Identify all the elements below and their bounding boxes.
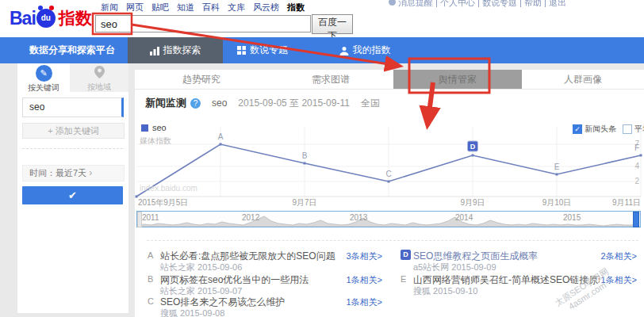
slider-left-handle[interactable] bbox=[137, 212, 142, 227]
tab-crowd-portrait[interactable]: 人群画像 bbox=[522, 70, 644, 89]
navbar-item-data-topics[interactable]: 数说专题 bbox=[228, 37, 297, 63]
chart-y-axis-label: 媒体指数 bbox=[140, 136, 171, 147]
related-count-link[interactable]: 1条相关> bbox=[346, 274, 382, 286]
sidebar-tab-label: 按关键词 bbox=[17, 82, 70, 94]
news-source: 搜狐 2015-09-08 bbox=[160, 307, 224, 317]
year-label: 2013 bbox=[350, 213, 367, 222]
monitor-region: 全国 bbox=[361, 97, 380, 110]
checkbox-news-headlines[interactable]: ✓ 新闻头条 bbox=[573, 124, 616, 135]
top-header: 新闻 网页 贴吧 知道 百科 文库 风云榜 指数 Bai du 指数 百度一下 … bbox=[0, 0, 644, 37]
related-count-link[interactable]: 2条相关> bbox=[600, 250, 637, 262]
year-label: 2012 bbox=[242, 213, 259, 222]
sidebar-tab-by-keyword[interactable]: ✎ 按关键词 bbox=[17, 63, 70, 92]
section-title: 新闻监测 bbox=[145, 96, 186, 110]
related-count-link[interactable]: 3条相关> bbox=[346, 250, 382, 262]
news-letter: C bbox=[148, 296, 154, 306]
sidebar-divider bbox=[22, 148, 123, 149]
nav-link-tieba[interactable]: 贴吧 bbox=[151, 2, 169, 13]
tab-trend-research[interactable]: 趋势研究 bbox=[135, 70, 268, 89]
year-label: 2015 bbox=[563, 213, 581, 222]
baidu-index-logo[interactable]: Bai du 指数 bbox=[10, 7, 92, 29]
location-pin-icon bbox=[94, 66, 105, 78]
checkbox-average[interactable]: 平均值 bbox=[623, 124, 644, 135]
checkbox-label: 平均值 bbox=[634, 124, 644, 135]
news-letter-badge: D bbox=[401, 250, 411, 260]
nav-link-baike[interactable]: 百科 bbox=[202, 2, 220, 13]
section-tabs: 趋势研究 需求图谱 舆情管家 人群画像 bbox=[135, 70, 644, 90]
year-label: 2011 bbox=[142, 213, 159, 222]
nav-link-wenku[interactable]: 文库 bbox=[228, 2, 245, 13]
add-keyword-button[interactable]: + 添加关键词 bbox=[22, 123, 125, 139]
logo-product-text: 指数 bbox=[59, 7, 92, 29]
filter-sidebar: ✎ 按关键词 按地域 seo + 添加关键词 时间：最近7天› ✔ bbox=[17, 63, 128, 313]
bar-chart-icon bbox=[150, 46, 159, 55]
navbar-item-label: 数说专题 bbox=[250, 44, 288, 57]
navbar-item-my-index[interactable]: 我的指数 bbox=[333, 37, 397, 63]
user-icon bbox=[389, 0, 396, 6]
baidu-paw-icon: du bbox=[36, 9, 56, 28]
baidu-index-page: 新闻 网页 贴吧 知道 百科 文库 风云榜 指数 Bai du 指数 百度一下 … bbox=[0, 0, 644, 317]
checkbox-label: 新闻头条 bbox=[585, 124, 616, 135]
news-source: 搜狐 2015-09-10 bbox=[413, 285, 477, 297]
date-range-slider[interactable]: 2011 2012 2013 2014 2015 bbox=[136, 211, 641, 227]
nav-link-news[interactable]: 新闻 bbox=[101, 2, 118, 13]
monitor-keyword: seo bbox=[212, 97, 227, 109]
checkbox-unchecked-icon bbox=[623, 124, 632, 134]
related-count-link[interactable]: 1条相关> bbox=[346, 296, 382, 308]
nav-link-zhidao[interactable]: 知道 bbox=[177, 2, 194, 13]
legend-swatch bbox=[141, 124, 148, 132]
news-source: a5站长网 2015-09-09 bbox=[413, 262, 496, 273]
navbar-brand: 数据分享和探索平台 bbox=[29, 37, 115, 63]
logo-bai-text: Bai bbox=[10, 8, 36, 29]
pencil-icon: ✎ bbox=[36, 65, 52, 82]
news-source: 站长之家 2015-09-06 bbox=[160, 262, 242, 273]
slider-right-handle[interactable] bbox=[633, 212, 639, 227]
grid-icon bbox=[237, 46, 246, 55]
confirm-button[interactable]: ✔ bbox=[22, 186, 123, 204]
chart-legend: seo bbox=[141, 123, 167, 132]
navbar-item-index-explore[interactable]: 指数探索 bbox=[128, 37, 223, 63]
time-filter[interactable]: 时间：最近7天› bbox=[22, 165, 125, 181]
legend-label: seo bbox=[152, 123, 167, 132]
monitor-date-range: 2015-09-05 至 2015-09-11 bbox=[238, 97, 350, 110]
news-letter: A bbox=[148, 250, 153, 260]
news-divider bbox=[147, 240, 638, 241]
navbar-item-label: 我的指数 bbox=[353, 44, 391, 57]
chevron-right-icon: › bbox=[89, 167, 92, 178]
nav-link-web[interactable]: 网页 bbox=[126, 2, 144, 13]
news-monitor-header: 新闻监测 ? seo 2015-09-05 至 2015-09-11 全国 bbox=[145, 96, 380, 110]
sidebar-tab-by-region[interactable]: 按地域 bbox=[70, 63, 128, 92]
baidu-search-button[interactable]: 百度一下 bbox=[312, 14, 353, 34]
news-letter: E bbox=[401, 274, 406, 284]
search-input[interactable] bbox=[95, 15, 311, 32]
keyword-chip[interactable]: seo bbox=[22, 97, 124, 117]
sidebar-tab-label: 按地域 bbox=[70, 82, 128, 93]
user-links-blurred[interactable]: 消息提醒 | 个人中心 | 数说专题 | 帮助 | 退出 bbox=[389, 0, 566, 9]
chart-series-toggles: ✓ 新闻头条 平均值 bbox=[573, 124, 644, 135]
time-filter-label: 时间：最近7天 bbox=[29, 168, 86, 178]
news-letter: B bbox=[148, 274, 153, 284]
nav-link-fengyunbang[interactable]: 风云榜 bbox=[253, 2, 279, 13]
tab-demand-graph[interactable]: 需求图谱 bbox=[268, 70, 393, 89]
help-icon[interactable]: ? bbox=[190, 98, 201, 109]
baidu-top-nav: 新闻 网页 贴吧 知道 百科 文库 风云榜 指数 bbox=[101, 2, 305, 13]
navbar-item-label: 指数探索 bbox=[163, 44, 201, 57]
nav-link-zhishu[interactable]: 指数 bbox=[287, 2, 305, 13]
primary-navbar: 数据分享和探索平台 指数探索 数说专题 我的指数 bbox=[0, 37, 644, 63]
checkbox-checked-icon: ✓ bbox=[573, 124, 582, 134]
person-icon bbox=[339, 46, 349, 55]
year-label: 2014 bbox=[455, 213, 473, 222]
tab-sentiment-manager[interactable]: 舆情管家 bbox=[393, 70, 522, 89]
